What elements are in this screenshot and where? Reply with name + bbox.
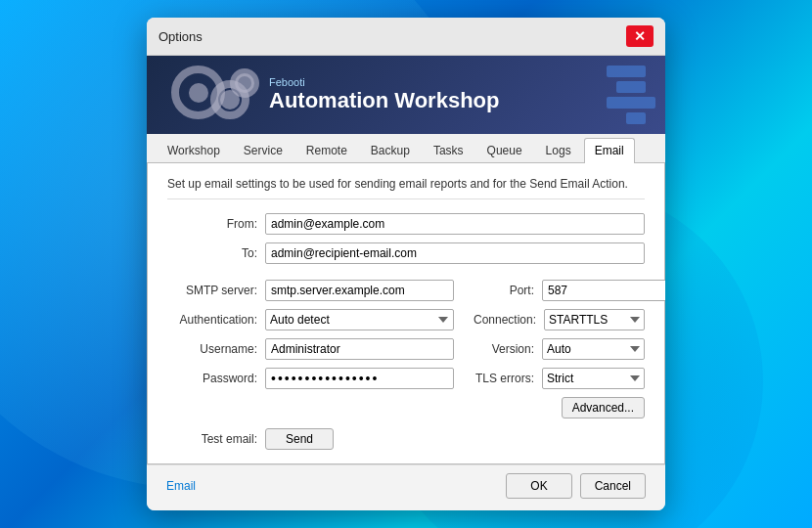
tls-row: TLS errors: Strict Ignore — [474, 368, 645, 389]
password-label: Password: — [167, 372, 265, 385]
close-button[interactable]: ✕ — [626, 25, 654, 47]
tls-label: TLS errors: — [474, 372, 542, 385]
to-input[interactable] — [265, 242, 645, 264]
smtp-left: SMTP server: Authentication: Auto detect… — [167, 280, 454, 418]
from-label: From: — [167, 217, 265, 231]
dialog-title: Options — [158, 29, 203, 44]
tab-workshop[interactable]: Workshop — [157, 138, 231, 162]
tab-remote[interactable]: Remote — [295, 138, 358, 162]
ok-button[interactable]: OK — [506, 473, 571, 499]
footer-buttons: OK Cancel — [506, 473, 646, 499]
auth-select[interactable]: Auto detect None Plain Login CRAM-MD5 OA… — [265, 309, 454, 330]
smtp-row: SMTP server: — [167, 280, 454, 301]
port-row: Port: — [474, 280, 645, 301]
advanced-button[interactable]: Advanced... — [562, 397, 645, 418]
version-row: Version: Auto TLSv1.0 TLSv1.1 TLSv1.2 TL… — [474, 338, 645, 360]
gear-icon-small — [230, 68, 259, 98]
header-title-block: Febooti Automation Workshop — [269, 76, 499, 113]
app-name: Automation Workshop — [269, 88, 499, 113]
username-input[interactable] — [265, 338, 454, 360]
tab-backup[interactable]: Backup — [360, 138, 421, 162]
tab-email[interactable]: Email — [584, 138, 635, 163]
auth-row: Authentication: Auto detect None Plain L… — [167, 309, 454, 330]
decor-block-4 — [626, 112, 646, 124]
options-dialog: Options ✕ Febooti Automation Workshop Wo… — [147, 18, 665, 510]
password-row: Password: — [167, 368, 454, 389]
from-input[interactable] — [265, 213, 645, 235]
connection-label: Connection: — [474, 313, 544, 327]
to-label: To: — [167, 246, 265, 260]
smtp-right: Port: Connection: STARTTLS None SSL/TLS … — [474, 280, 645, 418]
password-input[interactable] — [265, 368, 454, 389]
auth-label: Authentication: — [167, 313, 265, 327]
tab-content: Set up email settings to be used for sen… — [147, 163, 665, 464]
version-label: Version: — [474, 342, 542, 356]
decor-block-2 — [616, 81, 646, 93]
version-select[interactable]: Auto TLSv1.0 TLSv1.1 TLSv1.2 TLSv1.3 — [542, 338, 645, 360]
test-email-row: Test email: Send — [167, 428, 645, 450]
brand-name: Febooti — [269, 76, 499, 88]
decor-block-3 — [607, 97, 655, 109]
port-input[interactable] — [542, 280, 665, 301]
username-row: Username: — [167, 338, 454, 360]
tab-description: Set up email settings to be used for sen… — [167, 177, 645, 199]
title-bar: Options ✕ — [147, 18, 665, 56]
smtp-section: SMTP server: Authentication: Auto detect… — [167, 280, 645, 418]
gears-graphic — [166, 61, 264, 129]
cancel-button[interactable]: Cancel — [580, 473, 646, 499]
dialog-footer: Email OK Cancel — [147, 464, 665, 510]
tab-queue[interactable]: Queue — [476, 138, 533, 162]
test-email-label: Test email: — [167, 432, 265, 446]
send-button[interactable]: Send — [265, 428, 334, 450]
smtp-label: SMTP server: — [167, 284, 265, 297]
from-row: From: — [167, 213, 645, 235]
help-link[interactable]: Email — [166, 479, 196, 493]
header-banner: Febooti Automation Workshop — [147, 56, 665, 134]
header-decoration — [597, 56, 665, 134]
tab-service[interactable]: Service — [233, 138, 293, 162]
connection-row: Connection: STARTTLS None SSL/TLS — [474, 309, 645, 330]
decor-block-1 — [607, 66, 646, 77]
tls-select[interactable]: Strict Ignore — [542, 368, 645, 389]
tab-tasks[interactable]: Tasks — [423, 138, 474, 162]
port-label: Port: — [474, 284, 542, 297]
smtp-input[interactable] — [265, 280, 454, 301]
to-row: To: — [167, 242, 645, 264]
tab-logs[interactable]: Logs — [535, 138, 582, 162]
tab-bar: Workshop Service Remote Backup Tasks Que… — [147, 134, 665, 163]
connection-select[interactable]: STARTTLS None SSL/TLS — [544, 309, 645, 330]
username-label: Username: — [167, 342, 265, 356]
